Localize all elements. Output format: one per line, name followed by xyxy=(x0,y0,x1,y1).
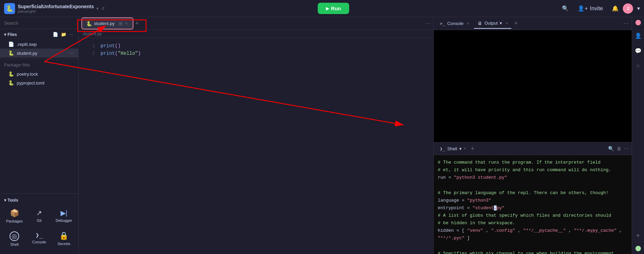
files-actions: 📄 📁 ⋯ xyxy=(52,31,74,38)
shell-content[interactable]: # The command that runs the program. If … xyxy=(434,155,632,254)
shell-line-run: run = "python3 student.py" xyxy=(438,174,628,181)
tool-debugger[interactable]: ▶| Debugger xyxy=(52,205,76,227)
history-icon[interactable]: ↺ xyxy=(101,6,105,11)
invite-button[interactable]: 👤+ Invite xyxy=(573,3,608,14)
avatar[interactable]: J xyxy=(623,3,633,14)
right-icons-bar: 👤 💬 ○ + xyxy=(632,17,644,254)
git-icon: ↗ xyxy=(36,209,42,217)
debugger-icon: ▶| xyxy=(61,209,67,217)
new-folder-button[interactable]: 📁 xyxy=(60,31,67,38)
shell-trash-button[interactable]: 🗑 xyxy=(617,146,621,151)
tool-packages[interactable]: 📦 Packages xyxy=(3,205,26,227)
project-user: jiakuanghe xyxy=(18,9,94,13)
file-icon-pyproject-toml: 🐍 xyxy=(8,80,14,86)
tab-icon-student-py: 🐍 xyxy=(86,21,92,26)
new-file-button[interactable]: 📄 xyxy=(52,31,59,38)
tab-layout-button[interactable]: ⊞ xyxy=(118,20,123,27)
tab-close-button[interactable]: × xyxy=(124,20,129,27)
code-text-1: print() xyxy=(101,42,121,50)
panel-tab-console[interactable]: >_ Console × xyxy=(436,19,473,28)
panel-more-button[interactable]: ⋯ xyxy=(623,20,629,27)
output-monitor-icon: 🖥 xyxy=(477,21,482,26)
tool-packages-label: Packages xyxy=(6,219,23,223)
shell-tab-add[interactable]: + xyxy=(471,145,475,152)
project-chevron[interactable]: ▾ xyxy=(96,6,98,11)
section-divider xyxy=(0,59,78,59)
tool-git-label: Git xyxy=(37,218,41,223)
code-line-1: 1 print() xyxy=(79,42,433,50)
shell-line-comment-6: # Specifies which nix channel to use whe… xyxy=(438,250,628,254)
tools-header[interactable]: ▾ Tools xyxy=(0,196,78,205)
tool-shell[interactable]: ◎ Shell xyxy=(3,228,26,250)
shell-value-hidden-2: ".config" xyxy=(491,228,515,233)
secrets-icon: 🔒 xyxy=(59,231,68,240)
editor-content[interactable]: 1 print() 2 print("Hello") xyxy=(79,38,433,254)
code-line-2: 2 print("Hello") xyxy=(79,50,433,57)
sidebar-files-section: ▾ Files 📄 📁 ⋯ 📄 .replit.swp 🐍 student.py… xyxy=(0,29,78,193)
file-name-pyproject-toml: pyproject.toml xyxy=(17,80,44,86)
files-label: Files xyxy=(8,32,17,37)
panel-tab-console-close[interactable]: × xyxy=(467,21,469,26)
run-button[interactable]: ▶ Run xyxy=(318,3,349,14)
avatar-chevron[interactable]: ▾ xyxy=(637,5,640,12)
right-icon-circle[interactable]: ○ xyxy=(633,61,643,71)
shell-value-language: "python3" xyxy=(467,198,491,203)
shell-tabs: ❯_ Shell ▾ × + 🔍 🗑 ⋯ xyxy=(434,142,632,155)
shell-tab-label: Shell xyxy=(447,146,457,151)
file-name-poetry-lock: poetry.lock xyxy=(17,72,38,77)
tab-label-student-py: student.py xyxy=(94,21,115,26)
packager-header: Packager files xyxy=(0,61,78,69)
shell-value-hidden-4: "**/.mypy_cache" xyxy=(574,228,617,233)
tool-git[interactable]: ↗ Git xyxy=(27,205,51,227)
packages-icon: 📦 xyxy=(10,209,19,218)
files-section-header[interactable]: ▾ Files 📄 📁 ⋯ xyxy=(0,29,78,40)
right-icon-chat[interactable]: 💬 xyxy=(633,46,643,55)
files-more-button[interactable]: ⋯ xyxy=(68,31,74,38)
shell-value-hidden-3: "**/__pycache__" xyxy=(523,228,566,233)
tab-add-button[interactable]: + xyxy=(135,19,140,28)
tool-secrets[interactable]: 🔒 Secrets xyxy=(52,228,76,250)
editor-area: 🐍 student.py ⊞ × + ⋯ student.py 1 print(… xyxy=(79,17,433,254)
notifications-button[interactable]: 🔔 xyxy=(612,5,619,12)
project-name: SuperficialUnfortunateExponents xyxy=(18,4,94,9)
shell-more-button[interactable]: ⋯ xyxy=(624,146,629,151)
file-item-student-py[interactable]: 🐍 student.py ⋯ xyxy=(0,49,78,58)
panel-tab-output[interactable]: 🖥 Output ▾ × xyxy=(474,18,511,29)
main-layout: ▾ Files 📄 📁 ⋯ 📄 .replit.swp 🐍 student.py… xyxy=(0,17,644,254)
panel-tabs: >_ Console × 🖥 Output ▾ × + ⋯ xyxy=(434,17,632,30)
file-more-student-py[interactable]: ⋯ xyxy=(69,50,74,56)
shell-tab-actions: 🔍 🗑 ⋯ xyxy=(608,146,629,151)
search-input[interactable] xyxy=(4,21,74,26)
file-item-poetry-lock[interactable]: 🐍 poetry.lock xyxy=(0,69,78,78)
shell-line-comment-5: # be hidden in the workspace. xyxy=(438,220,628,227)
editor-tab-student-py[interactable]: 🐍 student.py ⊞ × xyxy=(81,17,133,29)
sidebar-search-area xyxy=(0,17,78,29)
file-item-pyproject-toml[interactable]: 🐍 pyproject.toml xyxy=(0,78,78,87)
shell-key-run: run xyxy=(438,175,446,180)
shell-line-hidden: hidden = [ "venv" , ".config" , "**/__py… xyxy=(438,227,628,234)
tool-debugger-label: Debugger xyxy=(56,218,72,223)
file-item-replit-swp[interactable]: 📄 .replit.swp xyxy=(0,40,78,49)
right-icon-user[interactable]: 👤 xyxy=(633,31,643,40)
shell-value-entrypoint: "student.py" xyxy=(472,205,504,211)
shell-tab-icon: ❯_ xyxy=(440,146,445,151)
tool-secrets-label: Secrets xyxy=(57,242,70,246)
console-output-area xyxy=(434,30,632,142)
tool-console[interactable]: ❯_ Console xyxy=(27,228,51,250)
right-icon-add[interactable]: + xyxy=(633,231,643,240)
tab-actions: ⊞ × xyxy=(118,20,129,27)
panel-tab-output-close[interactable]: × xyxy=(505,21,508,26)
console-prompt-icon: >_ xyxy=(440,21,445,26)
shell-tab-close[interactable]: × xyxy=(464,146,466,151)
shell-tab[interactable]: ❯_ Shell ▾ × xyxy=(436,144,470,153)
shell-icon: ◎ xyxy=(10,231,19,241)
invite-label: Invite xyxy=(590,5,603,12)
shell-line-comment-3: # The primary language of the repl. Ther… xyxy=(438,190,628,196)
shell-line-comment-2: # et, it will have priority and this run… xyxy=(438,167,628,174)
panel-tab-add[interactable]: + xyxy=(514,20,518,27)
shell-search-button[interactable]: 🔍 xyxy=(608,146,614,151)
topbar-center: ▶ Run xyxy=(107,3,559,14)
shell-key-entrypoint: entrypoint xyxy=(438,205,464,211)
search-button[interactable]: 🔍 xyxy=(562,5,569,12)
editor-tabs-more[interactable]: ⋯ xyxy=(425,20,431,27)
